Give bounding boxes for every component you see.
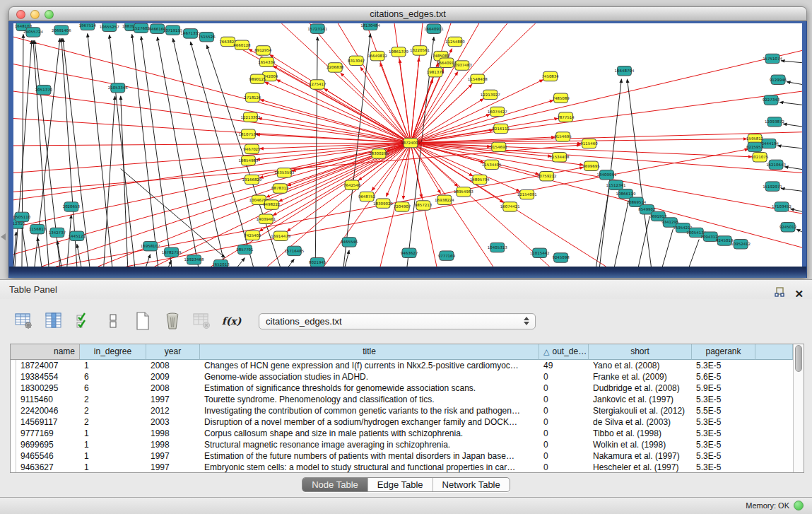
graph-node[interactable]: 7204907 (394, 202, 411, 211)
graph-node[interactable]: 16782759 (162, 247, 182, 257)
graph-node[interactable]: 9465546 (341, 238, 358, 247)
graph-node[interactable]: 9857791 (236, 245, 253, 254)
graph-node[interactable]: 16648794 (615, 66, 635, 76)
row-height-icon[interactable] (103, 312, 122, 331)
graph-node[interactable]: 7485089 (552, 93, 570, 103)
graph-node[interactable]: 11534408 (550, 153, 570, 162)
graph-node[interactable]: 7652013 (212, 259, 229, 267)
graph-node[interactable]: 11548408 (468, 74, 488, 83)
graph-node[interactable]: 8313047 (348, 56, 365, 65)
column-header-name[interactable]: name (16, 344, 80, 360)
graph-node[interactable]: 15192971 (763, 182, 782, 191)
graph-node[interactable]: 10719155 (163, 25, 183, 35)
graph-node[interactable]: 1654334 (258, 57, 276, 66)
column-header-in_degree[interactable]: in_degree (80, 344, 146, 360)
graph-node[interactable]: 9115460 (580, 139, 598, 148)
tab-network-table[interactable]: Network Table (433, 478, 510, 491)
graph-node[interactable]: 19166829 (242, 175, 261, 184)
graph-node[interactable]: 24055724 (23, 28, 43, 37)
graph-node[interactable]: 15716485 (284, 246, 304, 255)
function-builder-icon[interactable]: f(x) (222, 312, 241, 331)
graph-node[interactable]: 12213927 (481, 90, 500, 99)
graph-node[interactable]: 2051370 (35, 85, 53, 94)
graph-node[interactable]: 1981379 (427, 67, 445, 76)
collapse-panel-arrow-icon[interactable] (1, 233, 6, 240)
graph-node[interactable]: 9498222 (263, 200, 280, 209)
graph-node[interactable]: 9890125 (249, 74, 266, 83)
graph-node[interactable]: 8215953 (746, 142, 763, 151)
graph-node[interactable]: 9227343 (763, 95, 779, 105)
graph-node[interactable]: 8021945 (309, 258, 326, 267)
graph-node[interactable]: 18954983 (454, 187, 473, 197)
column-header-short[interactable]: short (589, 344, 692, 360)
graph-node[interactable]: 15751074 (763, 54, 782, 63)
graph-node[interactable]: 10655257 (100, 23, 119, 32)
table-row[interactable]: 1872400712008Changes of HCN gene express… (11, 360, 793, 371)
graph-node[interactable]: 7515526 (198, 32, 216, 41)
graph-node[interactable]: 13220561 (410, 46, 430, 55)
graph-node[interactable]: 1275417 (309, 80, 326, 89)
graph-node[interactable]: 11512341 (606, 180, 626, 189)
tab-node-table[interactable]: Node Table (302, 478, 368, 491)
graph-node[interactable]: 14039461 (256, 214, 276, 223)
graph-node[interactable]: 18107534 (238, 129, 258, 139)
graph-node[interactable]: 8912954 (254, 46, 272, 55)
graph-node[interactable]: 9699695 (582, 161, 599, 170)
create-column-icon[interactable] (133, 312, 152, 331)
close-panel-icon[interactable]: ✕ (794, 288, 804, 299)
graph-node[interactable]: 9245012 (779, 223, 796, 232)
graph-node[interactable]: 21053346 (108, 83, 128, 93)
scrollbar-thumb[interactable] (795, 345, 802, 372)
column-header-pagerank[interactable]: pagerank (692, 344, 755, 360)
column-header-year[interactable]: year (146, 344, 200, 360)
graph-node[interactable]: 9463627 (401, 248, 418, 257)
table-row[interactable]: 1938455462009Genome-wide association stu… (11, 371, 793, 382)
graph-node[interactable]: 17103452 (772, 202, 792, 211)
graph-node[interactable]: 2020653 (63, 202, 80, 211)
zoom-window-button[interactable] (45, 10, 54, 19)
graph-node[interactable]: 9777169 (438, 251, 456, 260)
close-window-button[interactable] (16, 10, 25, 19)
graph-node[interactable]: 7877514 (557, 112, 575, 122)
graph-node[interactable]: 7425402 (244, 230, 261, 240)
graph-node[interactable]: 16938224 (435, 195, 454, 204)
graph-node[interactable]: 14895794 (470, 175, 490, 184)
minimize-window-button[interactable] (30, 10, 40, 19)
tab-edge-table[interactable]: Edge Table (368, 478, 433, 491)
graph-node[interactable]: 10405313 (488, 243, 507, 252)
graph-node[interactable]: 9154695 (554, 132, 571, 141)
graph-node[interactable]: 16649812 (367, 51, 387, 60)
graph-node[interactable]: 12923468 (184, 255, 204, 264)
table-row[interactable]: 977716911998Corpus callosum shape and si… (11, 428, 793, 439)
graph-node[interactable]: 19861379 (389, 47, 408, 57)
graph-node[interactable]: 1342737 (49, 228, 66, 237)
graph-node[interactable]: 11534405 (482, 160, 502, 169)
graph-node[interactable]: 20691406 (52, 25, 71, 35)
graph-node[interactable]: 12213303 (240, 112, 260, 122)
table-row[interactable]: 1830029562008Estimation of significance … (11, 382, 793, 394)
graph-node[interactable]: 9245098 (552, 253, 570, 262)
float-panel-icon[interactable] (775, 284, 784, 303)
table-selector-dropdown[interactable]: citations_edges.txt (259, 313, 536, 329)
graph-node[interactable]: 16353593 (274, 168, 294, 177)
graph-node[interactable]: 1967514 (79, 23, 97, 30)
graph-node[interactable]: 16210643 (766, 160, 786, 169)
graph-node[interactable]: 8505110 (13, 212, 31, 221)
graph-node[interactable]: 8216112 (493, 124, 510, 133)
graph-node[interactable]: 18409951 (597, 170, 617, 180)
graph-node[interactable]: 18309022 (373, 199, 393, 208)
table-row[interactable]: 2242004622012Investigating the contribut… (11, 405, 793, 416)
graph-node[interactable]: 1156813 (29, 224, 46, 233)
graph-node[interactable]: 15723141 (307, 24, 327, 33)
graph-node[interactable]: 18724007 (401, 138, 420, 147)
graph-node[interactable]: 9129946 (770, 75, 787, 84)
graph-node[interactable]: 16074427 (488, 107, 507, 116)
graph-node[interactable]: 16958107 (141, 241, 160, 250)
graph-node[interactable]: 18300295 (369, 149, 389, 158)
graph-node[interactable]: 2206838 (326, 63, 344, 72)
table-row[interactable]: 946554611997Estimation of the future num… (11, 450, 793, 462)
graph-node[interactable]: 9660128 (233, 40, 251, 49)
delete-columns-icon[interactable] (163, 312, 182, 331)
graph-node[interactable]: 16914479 (271, 231, 290, 240)
graph-node[interactable]: 14671355 (181, 29, 201, 38)
